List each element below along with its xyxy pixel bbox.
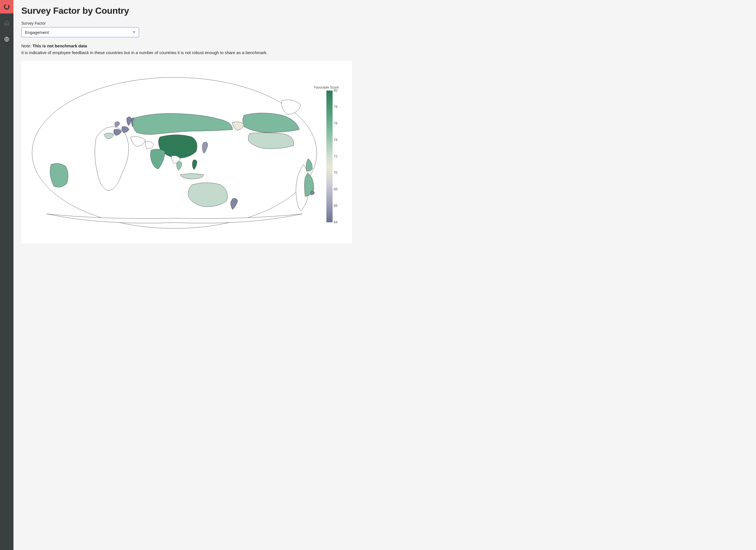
legend-tick: 80	[334, 89, 337, 93]
nav-world[interactable]	[0, 33, 13, 46]
svg-point-0	[4, 4, 10, 10]
legend-title: Favorable Score	[314, 86, 344, 89]
chevron-down-icon	[133, 31, 135, 33]
map-new-zealand	[231, 198, 238, 210]
note: Note: This is not benchmark data It is i…	[21, 43, 748, 56]
legend-colorbar: 807876747270686664	[326, 91, 333, 222]
map-uruguay	[311, 190, 314, 195]
map-russia	[133, 113, 233, 134]
select-value: Engagement	[25, 30, 49, 35]
map-mexico	[306, 159, 312, 171]
legend-tick: 66	[334, 204, 337, 208]
note-subtext: It is indicative of employee feedback in…	[21, 50, 748, 56]
map-india	[151, 149, 165, 169]
choropleth-map[interactable]	[29, 69, 320, 233]
map-thailand	[177, 161, 182, 170]
legend-tick: 64	[334, 220, 337, 224]
map-canada	[243, 113, 299, 132]
legend-tick: 76	[334, 121, 337, 125]
map-japan	[202, 142, 208, 153]
legend-tick: 68	[334, 187, 337, 191]
legend-tick: 74	[334, 138, 337, 142]
map-usa	[248, 133, 294, 149]
color-legend: Favorable Score 807876747270686664	[326, 86, 344, 222]
map-card: Favorable Score 807876747270686664	[21, 61, 352, 244]
map-alaska	[232, 122, 244, 130]
map-brazil-wrap	[50, 163, 68, 187]
legend-tick: 78	[334, 105, 337, 109]
map-indonesia	[180, 174, 204, 179]
filter-label: Survey Factor	[21, 21, 748, 26]
main-content: Survey Factor by Country Survey Factor E…	[13, 0, 756, 550]
home-icon	[4, 20, 10, 26]
brand-c-icon	[4, 4, 10, 10]
map-philippines	[192, 160, 197, 170]
map-australia	[188, 183, 227, 207]
note-prefix: Note:	[21, 43, 33, 48]
nav-home[interactable]	[0, 16, 13, 30]
page-title: Survey Factor by Country	[21, 6, 748, 16]
note-bold: This is not benchmark data	[33, 43, 87, 48]
globe-icon	[4, 36, 10, 42]
sidebar	[0, 0, 13, 550]
legend-tick: 70	[334, 171, 337, 175]
survey-factor-select[interactable]: Engagement	[21, 27, 139, 37]
legend-tick: 72	[334, 155, 337, 158]
brand-logo[interactable]	[0, 0, 13, 13]
